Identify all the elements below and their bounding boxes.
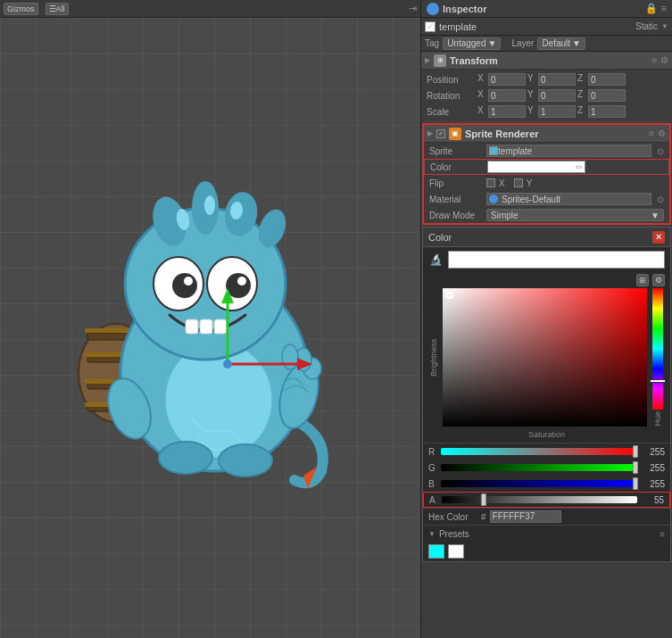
pos-x-label: X xyxy=(477,73,486,86)
presets-collapse-arrow: ▼ xyxy=(428,530,436,538)
material-value: Sprites-Default xyxy=(486,193,651,205)
scale-z-input[interactable]: 1 xyxy=(588,105,626,118)
pos-y-input[interactable]: 0 xyxy=(538,73,576,86)
scale-x-input[interactable]: 1 xyxy=(488,105,526,118)
rot-y-input[interactable]: 0 xyxy=(538,89,576,102)
color-preview-row: 🔬 xyxy=(423,247,670,272)
r-value: 255 xyxy=(642,447,665,457)
color-row: Color ✏ xyxy=(424,159,669,175)
flip-y-checkbox[interactable] xyxy=(514,178,523,187)
transform-icon: ⊕ xyxy=(434,54,446,67)
material-target-icon[interactable]: ⊙ xyxy=(657,195,664,204)
sprite-renderer-menu-icon[interactable]: ≡ xyxy=(649,128,654,138)
presets-label: Presets xyxy=(439,529,469,539)
color-edit-icon: ✏ xyxy=(576,162,583,172)
static-dropdown-icon[interactable]: ▼ xyxy=(661,22,668,30)
g-slider-handle xyxy=(633,461,638,474)
divider-1 xyxy=(421,121,672,122)
color-picker-panel: Color ✕ 🔬 ⊞ ⚙ Brightness xyxy=(422,227,671,562)
b-value: 255 xyxy=(642,479,665,489)
r-slider-row: R 255 xyxy=(423,443,670,460)
color-label: Color xyxy=(430,162,484,172)
presets-row xyxy=(423,542,670,561)
sv-picker[interactable] xyxy=(443,288,647,427)
inspector-menu-icon[interactable]: ≡ xyxy=(661,3,667,14)
flip-x-label: X xyxy=(499,178,505,188)
sprite-renderer-enable-checkbox[interactable]: ✓ xyxy=(436,129,445,138)
flip-y-label: Y xyxy=(527,178,533,188)
a-slider[interactable] xyxy=(442,496,637,503)
gameobject-name: template xyxy=(439,21,632,32)
gameobject-header: ✓ template Static ▼ xyxy=(421,18,672,36)
static-label: Static xyxy=(635,21,658,31)
rotation-row: Rotation X 0 Y 0 Z 0 xyxy=(421,87,672,104)
inspector-body: ✓ template Static ▼ Tag Untagged ▼ Layer… xyxy=(421,18,672,638)
transform-settings-icon[interactable]: ⚙ xyxy=(660,55,668,65)
presets-menu-icon[interactable]: ≡ xyxy=(660,529,665,539)
sprite-thumbnail xyxy=(489,146,498,155)
sprite-fields: Sprite template ⊙ Color ✏ xyxy=(424,143,669,223)
hue-strip[interactable] xyxy=(652,288,663,410)
scale-x-label: X xyxy=(477,105,486,118)
sprite-row: Sprite template ⊙ xyxy=(424,143,669,159)
draw-mode-dropdown[interactable]: Simple ▼ xyxy=(486,209,664,221)
svg-rect-25 xyxy=(186,319,198,334)
scene-all-button[interactable]: ☰All xyxy=(46,3,69,15)
svg-point-24 xyxy=(237,277,246,286)
rot-x-input[interactable]: 0 xyxy=(488,89,526,102)
inspector-lock-icon[interactable]: 🔒 xyxy=(645,3,658,14)
svg-point-23 xyxy=(184,277,193,286)
transform-title: Transform xyxy=(450,55,498,66)
sprite-target-icon[interactable]: ⊙ xyxy=(657,146,664,156)
tag-dropdown[interactable]: Untagged ▼ xyxy=(443,37,501,50)
sprite-renderer-actions: ≡ ⚙ xyxy=(649,128,666,138)
gameobject-active-checkbox[interactable]: ✓ xyxy=(425,21,436,32)
color-settings-btn[interactable]: ⚙ xyxy=(652,274,665,286)
color-icon-btn-1[interactable]: ⊞ xyxy=(636,274,649,286)
sv-hue-container: Brightness Hue xyxy=(423,288,670,427)
r-slider[interactable] xyxy=(441,448,638,455)
color-picker-title: Color xyxy=(428,232,452,243)
svg-point-21 xyxy=(172,273,197,298)
scene-toolbar: Gizmos ☰All ⇥ xyxy=(0,0,420,18)
rot-y-label: Y xyxy=(527,89,536,102)
hex-input[interactable]: FFFFFF37 xyxy=(490,510,561,523)
scale-label: Scale xyxy=(427,107,476,117)
sprite-value: template xyxy=(486,145,651,157)
transform-actions: ≡ ⚙ xyxy=(651,55,668,65)
rot-z-input[interactable]: 0 xyxy=(588,89,626,102)
color-preview-swatch xyxy=(448,251,665,269)
preset-cyan-swatch[interactable] xyxy=(428,544,444,559)
layer-dropdown-arrow: ▼ xyxy=(572,38,581,48)
b-slider[interactable] xyxy=(441,480,638,487)
draw-mode-arrow: ▼ xyxy=(651,211,660,220)
pos-z-input[interactable]: 0 xyxy=(588,73,626,86)
scale-y-input[interactable]: 1 xyxy=(538,105,576,118)
hue-cursor xyxy=(650,379,666,383)
pos-x-input[interactable]: 0 xyxy=(488,73,526,86)
scene-panel: Gizmos ☰All ⇥ xyxy=(0,0,421,638)
color-swatch[interactable]: ✏ xyxy=(487,161,585,173)
position-xyz: X 0 Y 0 Z 0 xyxy=(477,73,667,86)
transform-header[interactable]: ▶ ⊕ Transform ≡ ⚙ xyxy=(421,52,672,70)
saturation-label: Saturation xyxy=(423,430,670,439)
b-slider-handle xyxy=(633,477,638,490)
sprite-renderer-settings-icon[interactable]: ⚙ xyxy=(658,128,666,138)
eyedropper-icon[interactable]: 🔬 xyxy=(428,253,443,267)
brightness-label: Brightness xyxy=(428,288,439,427)
preset-white-swatch[interactable] xyxy=(448,544,464,559)
layer-dropdown[interactable]: Default ▼ xyxy=(537,37,585,50)
material-row: Material Sprites-Default ⊙ xyxy=(424,191,669,207)
a-label: A xyxy=(429,495,438,505)
flip-x-checkbox[interactable] xyxy=(486,178,495,187)
sprite-renderer-section: ▶ ✓ ▣ Sprite Renderer ≡ ⚙ Sprite xyxy=(422,123,671,225)
color-picker-header: Color ✕ xyxy=(423,228,670,247)
b-slider-row: B 255 xyxy=(423,476,670,492)
scene-gizmos-button[interactable]: Gizmos xyxy=(4,3,38,15)
a-slider-handle xyxy=(481,493,486,506)
transform-menu-icon[interactable]: ≡ xyxy=(651,55,657,65)
g-slider[interactable] xyxy=(441,464,638,471)
color-picker-close-button[interactable]: ✕ xyxy=(652,231,665,244)
sv-cursor xyxy=(446,292,453,299)
sprite-renderer-collapse-arrow: ▶ xyxy=(427,129,433,137)
